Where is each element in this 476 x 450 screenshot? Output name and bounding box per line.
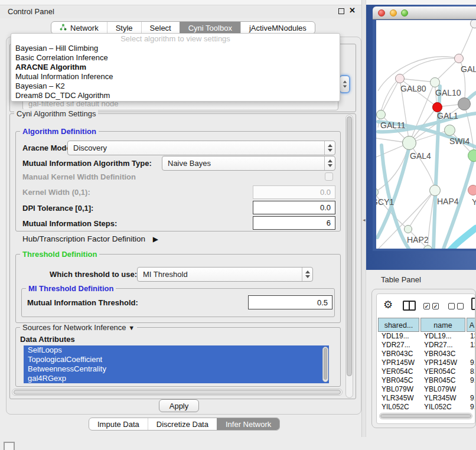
mi-steps-field[interactable]: 6 (253, 216, 335, 230)
table-row[interactable]: YBL079WYBL079W (378, 385, 475, 394)
table-hscrollbar-thumb[interactable] (380, 414, 471, 418)
tab-cyni-toolbox[interactable]: Cyni Toolbox (180, 22, 240, 34)
apply-button[interactable]: Apply (159, 399, 199, 412)
docked-panel-icon[interactable] (4, 442, 15, 450)
data-attributes-list[interactable]: SelfLoopsTopologicalCoefficientBetweenne… (24, 345, 329, 383)
table-row[interactable]: YIL052CYIL052C9. (378, 403, 475, 412)
deselect-all-checkbox-icon[interactable] (448, 303, 455, 309)
tab-discretize-data[interactable]: Discretize Data (148, 418, 217, 430)
table-row[interactable]: YBR045CYBR045C9. (378, 376, 475, 385)
table-panel-section: Table Panel ⚙ ✓ ✓ shared...nameA YDL19..… (366, 270, 476, 450)
which-threshold-combo[interactable]: MI Threshold (137, 267, 313, 282)
mi-type-combo[interactable]: Naive Bayes (162, 156, 335, 171)
table-cell: YBR043C (382, 350, 429, 358)
attribute-item-gal4rgexp[interactable]: gal4RGexp (24, 374, 329, 383)
stepper-down-icon (343, 86, 346, 88)
table-row[interactable]: YBR043CYBR043C (378, 350, 475, 358)
threshold-title: Threshold Definition (20, 250, 99, 259)
network-node-hap2[interactable] (404, 225, 412, 233)
tab-style[interactable]: Style (107, 22, 141, 34)
network-node-hap4[interactable] (429, 185, 441, 196)
settings-vscrollbar[interactable] (345, 115, 353, 398)
mi-threshold-title: MI Threshold Definition (26, 284, 116, 293)
control-panel-tabs: NetworkStyleSelectCyni ToolboxjActiveMNo… (51, 21, 315, 34)
kernel-width-field[interactable]: 0.0 (253, 185, 335, 199)
tab-network[interactable]: Network (51, 22, 107, 34)
network-node-gal10[interactable] (430, 77, 440, 87)
network-node[interactable] (468, 149, 476, 162)
tab-impute-data[interactable]: Impute Data (89, 418, 148, 430)
sources-title-text: Sources for Network Inference (22, 323, 126, 332)
tab-label: jActiveMNodules (249, 24, 307, 32)
network-node-gal[interactable] (454, 54, 464, 63)
collapse-arrow-icon[interactable]: ▼ (128, 324, 135, 331)
screen: { "window": {"title": "Control Panel", "… (0, 0, 476, 450)
float-window-icon[interactable] (338, 8, 344, 14)
algorithm-option-bayesian-hill-climbing[interactable]: Bayesian – Hill Climbing (11, 44, 340, 53)
minimize-traffic-light[interactable] (390, 9, 397, 17)
attribute-item-selfloops[interactable]: SelfLoops (24, 345, 329, 355)
network-node-gal80[interactable] (395, 74, 405, 83)
new-table-doc-icon[interactable] (471, 298, 475, 310)
network-node[interactable] (458, 97, 471, 110)
split-divider[interactable]: ◄ (361, 0, 366, 437)
tab-infer-network[interactable]: Infer Network (217, 418, 279, 430)
settings-vscrollbar-thumb[interactable] (347, 116, 352, 376)
hub-definition-toggle[interactable]: Hub/Transcription Factor Definition ▶ (22, 234, 158, 243)
tab-jactivemnodules[interactable]: jActiveMNodules (240, 22, 315, 34)
network-window-titlebar[interactable] (373, 6, 476, 19)
table-row[interactable]: YPR145WYPR145W9. (378, 358, 475, 367)
table-cell: YPR145W (424, 358, 475, 367)
column-header-shared-[interactable]: shared... (378, 318, 419, 332)
network-node-gal1[interactable] (444, 125, 455, 136)
select-all-checkbox-icon[interactable]: ✓ (423, 303, 430, 309)
dpi-tolerance-field[interactable]: 0.0 (253, 201, 335, 214)
deselect-all-checkbox-icon2[interactable] (457, 303, 464, 309)
algorithm-option-aracne-algorithm[interactable]: ARACNE Algorithm (11, 63, 340, 72)
node-label-gal1: GAL1 (437, 111, 458, 120)
settings-hscrollbar-thumb[interactable] (14, 390, 341, 394)
table-row[interactable]: YLR345WYLR345W9. (378, 394, 475, 403)
attr-list-vscrollbar[interactable] (322, 347, 328, 382)
mi-threshold-field[interactable]: 0.5 (248, 295, 332, 309)
split-columns-icon[interactable] (403, 301, 416, 311)
tab-select[interactable]: Select (141, 22, 180, 34)
network-node-gal11[interactable] (376, 110, 386, 119)
table-hscrollbar[interactable] (379, 413, 472, 419)
manual-kernel-checkbox[interactable] (325, 172, 333, 181)
attr-list-vscrollbar-thumb[interactable] (324, 348, 327, 380)
network-node[interactable] (432, 102, 442, 112)
network-canvas[interactable]: GALGAL80GAL10GAL1GAL11GAL4GCY1HAP4YHAP2S… (376, 20, 476, 249)
zoom-traffic-light[interactable] (401, 9, 408, 17)
table-settings-gear-icon[interactable]: ⚙ (383, 298, 393, 311)
table-row[interactable]: YDR27...YDR27...12 (378, 341, 475, 350)
stepper-up-icon (343, 81, 346, 83)
algorithm-combo-stepper-focused[interactable] (339, 75, 350, 93)
column-header-name[interactable]: name (420, 318, 465, 332)
attribute-item-topologicalcoefficient[interactable]: TopologicalCoefficient (24, 355, 329, 364)
network-node-y[interactable] (468, 185, 476, 195)
network-node-gal4[interactable] (402, 136, 416, 150)
table-row[interactable]: YDL19...YDL19...13 (378, 332, 475, 341)
divider-collapse-icon[interactable]: ◄ (362, 218, 366, 222)
node-label-gal10: GAL10 (435, 88, 461, 97)
algorithm-option-dream8-dc-tdc-algorithm[interactable]: Dream8 DC_TDC Algorithm (11, 91, 340, 100)
column-header-a[interactable]: A (467, 318, 475, 332)
algorithm-option-mutual-information-inference[interactable]: Mutual Information Inference (11, 72, 340, 81)
close-traffic-light[interactable] (378, 9, 385, 17)
attribute-item-betweennesscentrality[interactable]: BetweennessCentrality (24, 364, 329, 374)
network-window: GALGAL80GAL10GAL1GAL11GAL4GCY1HAP4YHAP2S… (373, 6, 476, 251)
mi-steps-value: 6 (327, 219, 331, 227)
algorithm-option-bayesian-k2[interactable]: Bayesian – K2 (11, 81, 340, 91)
expand-arrow-icon[interactable]: ▶ (153, 235, 158, 243)
table-cell: 9. (470, 358, 475, 367)
select-all-checkbox-icon2[interactable]: ✓ (432, 303, 439, 309)
which-threshold-label: Which threshold to use: (50, 270, 137, 279)
table-cell: YLR345W (382, 394, 429, 403)
table-row[interactable]: YER054CYER054C8. (378, 367, 475, 376)
close-panel-icon[interactable]: ✕ (349, 6, 356, 15)
network-icon (60, 24, 67, 32)
settings-hscrollbar[interactable] (12, 389, 343, 396)
aracne-mode-combo[interactable]: Discovery (67, 141, 335, 155)
algorithm-option-basic-correlation-inference[interactable]: Basic Correlation Inference (11, 53, 340, 63)
